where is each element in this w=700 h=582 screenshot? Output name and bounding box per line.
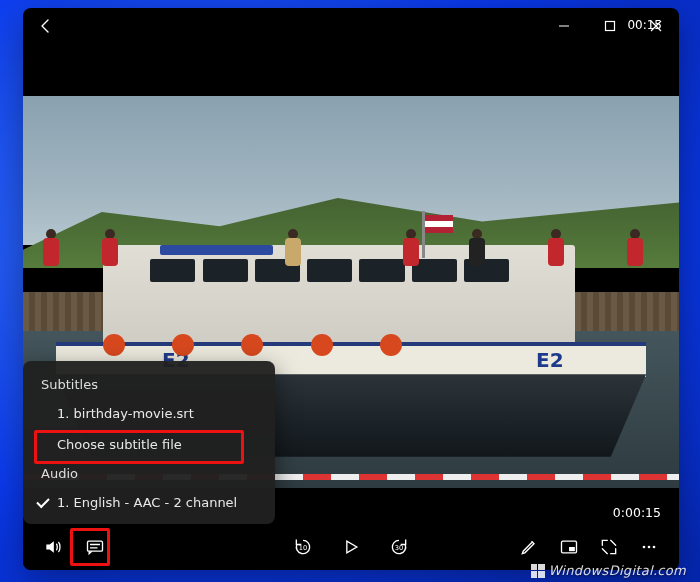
back-button[interactable] — [23, 8, 69, 44]
titlebar: 00:15 — [23, 8, 679, 44]
fullscreen-button[interactable] — [589, 527, 629, 567]
current-time-label: 0:00:15 — [613, 505, 661, 520]
skip-forward-button[interactable]: 30 — [379, 527, 419, 567]
watermark-text: WindowsDigital.com — [549, 563, 687, 578]
subtitle-file-item[interactable]: 1. birthday-movie.srt — [23, 398, 275, 429]
audio-track-item[interactable]: 1. English - AAC - 2 channel — [23, 487, 275, 518]
video-duration: 00:15 — [622, 17, 667, 33]
svg-text:10: 10 — [299, 544, 307, 552]
svg-point-7 — [648, 546, 651, 549]
desktop-background: 00:15 — [0, 0, 700, 582]
svg-rect-1 — [88, 541, 103, 551]
svg-text:30: 30 — [395, 544, 403, 552]
flag-icon — [422, 211, 425, 258]
more-options-button[interactable] — [629, 527, 669, 567]
watermark: WindowsDigital.com — [531, 563, 687, 578]
mini-player-button[interactable] — [549, 527, 589, 567]
minimize-button[interactable] — [541, 8, 587, 44]
choose-subtitle-file-item[interactable]: Choose subtitle file — [23, 429, 275, 460]
windows-logo-icon — [531, 564, 545, 578]
subtitle-audio-menu: Subtitles 1. birthday-movie.srt Choose s… — [23, 361, 275, 524]
skip-back-button[interactable]: 10 — [283, 527, 323, 567]
volume-button[interactable] — [33, 527, 73, 567]
media-player-window: 00:15 — [23, 8, 679, 570]
subtitles-heading: Subtitles — [23, 371, 275, 398]
svg-point-6 — [643, 546, 646, 549]
svg-rect-5 — [569, 547, 575, 551]
subtitles-button[interactable] — [75, 527, 115, 567]
edit-button[interactable] — [509, 527, 549, 567]
svg-rect-0 — [606, 22, 615, 31]
video-area[interactable]: E2 E2 Subtitles 1. birthda — [23, 44, 679, 570]
svg-point-8 — [653, 546, 656, 549]
audio-heading: Audio — [23, 460, 275, 487]
play-button[interactable] — [331, 527, 371, 567]
